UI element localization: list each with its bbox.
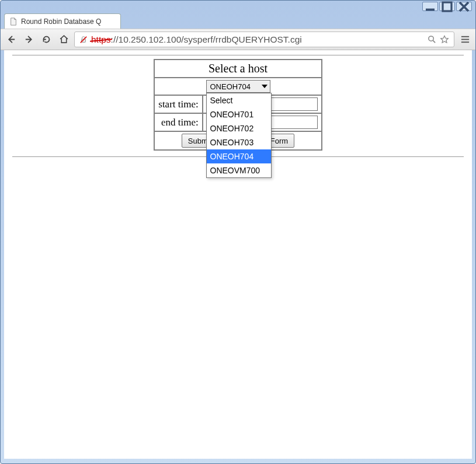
reload-icon bbox=[41, 34, 51, 44]
divider-top bbox=[12, 55, 464, 55]
maximize-button[interactable] bbox=[439, 2, 455, 11]
browser-window: Round Robin Database Q https://10.250.10… bbox=[0, 0, 476, 464]
nav-buttons bbox=[5, 34, 70, 46]
minimize-icon bbox=[423, 0, 437, 14]
page-icon bbox=[9, 18, 18, 26]
end-time-label: end time: bbox=[154, 113, 202, 131]
dropdown-option[interactable]: ONEOH703 bbox=[207, 135, 271, 149]
host-select-value: ONEOH704 bbox=[210, 82, 251, 91]
form-caption: Select a host bbox=[154, 60, 321, 78]
home-button[interactable] bbox=[58, 34, 70, 46]
start-time-label: start time: bbox=[154, 95, 202, 113]
browser-tab[interactable]: Round Robin Database Q bbox=[4, 13, 121, 29]
host-select[interactable]: ONEOH704 bbox=[206, 80, 270, 93]
url-path: ://10.250.102.100/sysperf/rrdbQUERYHOST.… bbox=[111, 34, 302, 45]
host-dropdown-list[interactable]: SelectONEOH701ONEOH702ONEOH703ONEOH704ON… bbox=[206, 93, 272, 178]
minimize-button[interactable] bbox=[422, 2, 438, 11]
tab-strip: Round Robin Database Q bbox=[1, 12, 475, 29]
back-button[interactable] bbox=[5, 34, 17, 46]
search-icon bbox=[428, 35, 436, 44]
star-icon[interactable] bbox=[440, 35, 449, 44]
omnibox-right-icons bbox=[428, 35, 449, 44]
arrow-left-icon bbox=[6, 34, 16, 44]
reload-button[interactable] bbox=[40, 34, 52, 46]
dropdown-option[interactable]: ONEOH702 bbox=[207, 121, 271, 135]
url-scheme: https bbox=[91, 34, 111, 45]
browser-toolbar: https://10.250.102.100/sysperf/rrdbQUERY… bbox=[1, 29, 475, 50]
maximize-icon bbox=[440, 0, 454, 14]
svg-rect-1 bbox=[443, 2, 451, 11]
dropdown-option[interactable]: ONEOH701 bbox=[207, 107, 271, 121]
svg-line-7 bbox=[433, 40, 435, 43]
tab-title: Round Robin Database Q bbox=[21, 18, 101, 26]
chevron-down-icon bbox=[262, 85, 267, 88]
home-icon bbox=[59, 34, 69, 44]
window-titlebar bbox=[1, 1, 475, 12]
url-text: https://10.250.102.100/sysperf/rrdbQUERY… bbox=[91, 34, 424, 45]
close-icon bbox=[457, 0, 471, 14]
https-warning-icon bbox=[79, 36, 88, 44]
arrow-right-icon bbox=[24, 34, 34, 44]
forward-button[interactable] bbox=[23, 34, 34, 46]
svg-point-6 bbox=[429, 36, 433, 41]
address-bar[interactable]: https://10.250.102.100/sysperf/rrdbQUERY… bbox=[74, 32, 454, 47]
menu-button[interactable] bbox=[459, 34, 471, 46]
dropdown-option[interactable]: Select bbox=[207, 93, 271, 107]
dropdown-option[interactable]: ONEOH704 bbox=[207, 149, 271, 163]
menu-icon bbox=[460, 34, 470, 44]
dropdown-option[interactable]: ONEOVM700 bbox=[207, 163, 271, 177]
close-button[interactable] bbox=[456, 2, 472, 11]
page-content: Select a host ONEOH704 start time: end t… bbox=[4, 50, 472, 459]
